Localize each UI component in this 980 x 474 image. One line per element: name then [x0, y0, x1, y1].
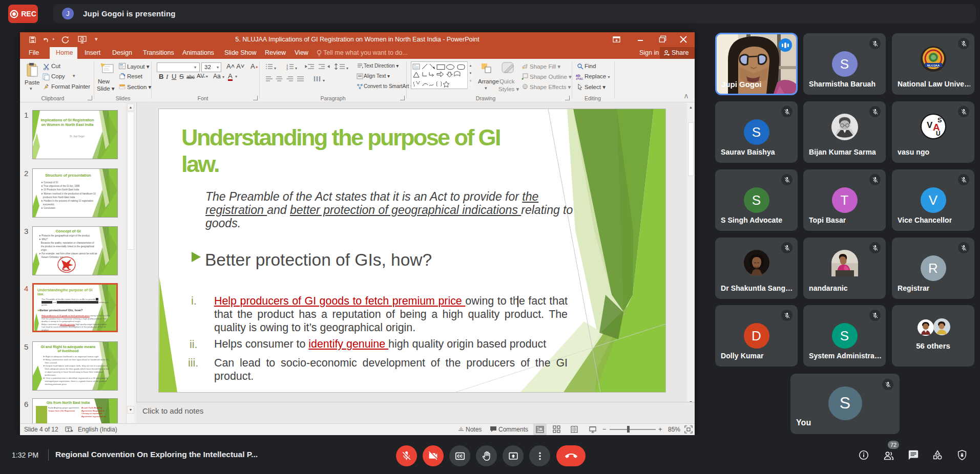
svg-text:U: U — [936, 130, 941, 137]
svg-text:▾: ▾ — [323, 78, 325, 83]
svg-text:▾: ▾ — [346, 66, 348, 71]
svg-text:NLUJAA: NLUJAA — [927, 64, 940, 67]
svg-text:▾: ▾ — [274, 66, 276, 71]
svg-text:V: V — [927, 120, 933, 130]
svg-text:3: 3 — [286, 68, 288, 71]
svg-text:⇄ac: ⇄ac — [576, 76, 583, 80]
svg-text:▾: ▾ — [295, 66, 297, 71]
